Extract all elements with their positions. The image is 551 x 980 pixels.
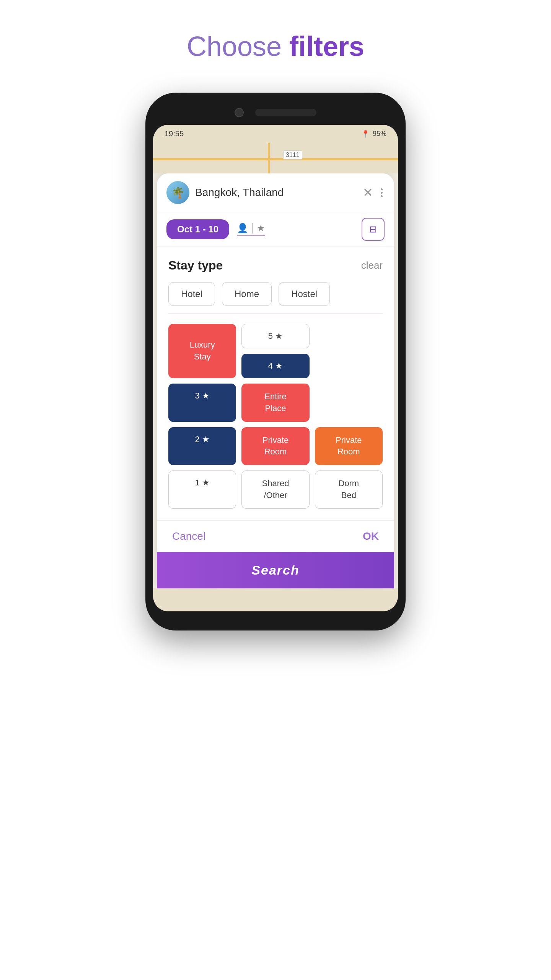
title-normal: Choose <box>187 31 289 62</box>
close-icon[interactable]: ✕ <box>363 185 373 200</box>
clear-button[interactable]: clear <box>361 260 383 271</box>
phone-camera <box>235 108 244 117</box>
section-title: Stay type <box>168 258 223 273</box>
stay-chip-hotel[interactable]: Hotel <box>168 282 215 306</box>
private-room-orange-chip[interactable]: PrivateRoom <box>315 427 383 466</box>
private-room-red-chip[interactable]: PrivateRoom <box>241 427 309 466</box>
filter-bar: Oct 1 - 10 👤 ★ ⊟ <box>157 212 394 247</box>
phone-speaker <box>255 109 316 116</box>
location-avatar: 🌴 <box>166 181 189 204</box>
phone-frame: 19:55 📍 95% 3111 🌴 Bangkok, Thailand ✕ <box>145 93 406 630</box>
star-3-chip[interactable]: 3 ★ <box>168 384 236 422</box>
entire-place-chip[interactable]: EntirePlace <box>241 384 309 422</box>
section-divider <box>168 314 383 314</box>
status-icons: 📍 95% <box>361 130 386 138</box>
sliders-icon: ⊟ <box>369 224 377 235</box>
star-4-chip[interactable]: 4 ★ <box>241 354 309 378</box>
battery-status: 95% <box>373 130 386 138</box>
map-road-v <box>268 143 270 173</box>
guest-filter[interactable]: 👤 ★ <box>237 223 265 236</box>
page-title: Choose filters <box>187 31 364 62</box>
title-bold: filters <box>289 31 364 62</box>
status-bar: 19:55 📍 95% <box>153 125 398 143</box>
search-bar: 🌴 Bangkok, Thailand ✕ <box>157 173 394 212</box>
star-5-chip[interactable]: 5 ★ <box>241 324 309 348</box>
location-name: Bangkok, Thailand <box>195 186 357 199</box>
empty-placeholder-1 <box>315 324 383 348</box>
dorm-bed-chip[interactable]: DormBed <box>315 470 383 509</box>
star-2-chip[interactable]: 2 ★ <box>168 427 236 466</box>
map-road-h <box>153 158 398 160</box>
luxury-stay-chip[interactable]: LuxuryStay <box>168 324 236 378</box>
main-card: 🌴 Bangkok, Thailand ✕ Oct 1 - 10 👤 ★ <box>157 173 394 588</box>
filter-button[interactable]: ⊟ <box>362 218 385 241</box>
search-button[interactable]: Search <box>157 552 394 588</box>
cancel-button[interactable]: Cancel <box>172 530 205 542</box>
date-range-badge[interactable]: Oct 1 - 10 <box>166 219 229 239</box>
stay-type-section: Stay type clear Hotel Home Hostel 5 ★ Lu… <box>157 247 394 520</box>
stay-type-chips: Hotel Home Hostel <box>168 282 383 306</box>
ok-button[interactable]: OK <box>363 530 379 542</box>
vertical-divider <box>252 223 253 234</box>
more-icon[interactable] <box>379 186 385 199</box>
options-grid: 5 ★ LuxuryStay 4 ★ 3 ★ EntirePlace 2 ★ P… <box>168 324 383 509</box>
stay-chip-hostel[interactable]: Hostel <box>279 282 330 306</box>
empty-placeholder-2 <box>315 354 383 378</box>
location-status-icon: 📍 <box>361 130 370 138</box>
map-label: 3111 <box>283 150 302 160</box>
map-area: 3111 <box>153 143 398 173</box>
empty-placeholder-3 <box>315 384 383 422</box>
stay-chip-home[interactable]: Home <box>222 282 272 306</box>
status-time: 19:55 <box>165 129 184 138</box>
section-header: Stay type clear <box>168 258 383 273</box>
shared-other-chip[interactable]: Shared/Other <box>241 470 309 509</box>
guest-icon: 👤 <box>237 223 248 234</box>
star-1-chip[interactable]: 1 ★ <box>168 470 236 509</box>
phone-top-bar <box>153 108 398 117</box>
bottom-map-strip <box>153 588 398 611</box>
bottom-actions: Cancel OK <box>157 520 394 552</box>
star-filter-icon: ★ <box>257 223 265 234</box>
phone-screen: 19:55 📍 95% 3111 🌴 Bangkok, Thailand ✕ <box>153 125 398 611</box>
